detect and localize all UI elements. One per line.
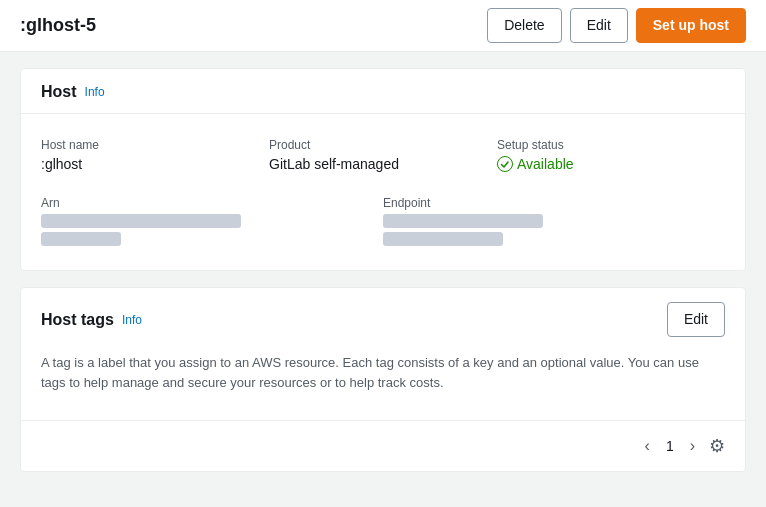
tags-card-actions: Edit [667,302,725,337]
arn-label: Arn [41,196,383,210]
setup-status-value: Available [497,156,725,172]
endpoint-value-blurred [383,214,543,228]
arn-group: Arn [41,188,383,254]
available-text: Available [517,156,574,172]
host-fields-row2: Arn Endpoint [41,188,725,254]
host-card-body: Host name :glhost Product GitLab self-ma… [21,114,745,270]
main-content: Host Info Host name :glhost Product GitL… [0,52,766,488]
arn-value-blurred [41,214,241,228]
host-card: Host Info Host name :glhost Product GitL… [20,68,746,271]
endpoint-label: Endpoint [383,196,725,210]
setup-status-label: Setup status [497,138,725,152]
endpoint-value-blurred-2 [383,232,503,246]
host-card-title: Host [41,83,77,101]
tags-info-link[interactable]: Info [122,313,142,327]
svg-point-0 [498,157,513,172]
endpoint-group: Endpoint [383,188,725,254]
product-label: Product [269,138,497,152]
pagination-row: ‹ 1 › ⚙ [21,420,745,471]
tags-card-title: Host tags [41,311,114,329]
host-info-link[interactable]: Info [85,85,105,99]
arn-value-blurred-2 [41,232,121,246]
tags-card: Host tags Info Edit A tag is a label tha… [20,287,746,472]
top-bar-actions: Delete Edit Set up host [487,8,746,43]
tags-edit-button[interactable]: Edit [667,302,725,337]
host-name-value: :glhost [41,156,269,172]
host-name-label: Host name [41,138,269,152]
page-title: :glhost-5 [20,15,96,36]
product-group: Product GitLab self-managed [269,130,497,180]
tags-description: A tag is a label that you assign to an A… [41,353,725,400]
tags-card-header: Host tags Info Edit [21,288,745,337]
setup-status-group: Setup status Available [497,130,725,180]
available-check-icon [497,156,513,172]
setup-host-button[interactable]: Set up host [636,8,746,43]
host-fields-row1: Host name :glhost Product GitLab self-ma… [41,130,725,180]
host-card-header: Host Info [21,69,745,101]
product-value: GitLab self-managed [269,156,497,172]
top-bar: :glhost-5 Delete Edit Set up host [0,0,766,52]
edit-button[interactable]: Edit [570,8,628,43]
settings-gear-button[interactable]: ⚙ [705,431,729,461]
delete-button[interactable]: Delete [487,8,561,43]
next-page-button[interactable]: › [684,433,701,459]
prev-page-button[interactable]: ‹ [639,433,656,459]
page-number: 1 [660,436,680,456]
host-name-group: Host name :glhost [41,130,269,180]
tags-card-body: A tag is a label that you assign to an A… [21,337,745,416]
